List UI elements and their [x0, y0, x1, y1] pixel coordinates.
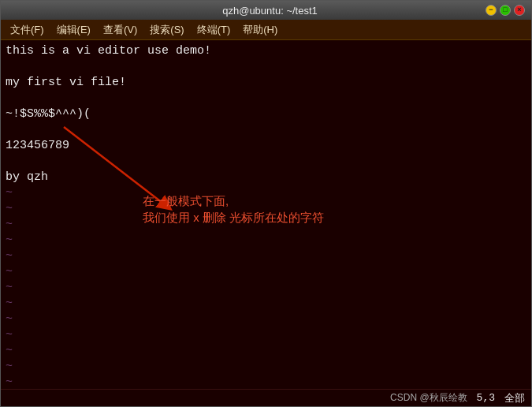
close-button[interactable]: ×	[514, 5, 525, 16]
menu-item[interactable]: 搜索(S)	[143, 21, 190, 39]
editor-line: ~	[6, 233, 526, 248]
menu-item[interactable]: 终端(T)	[191, 21, 237, 39]
editor-line: ~	[6, 359, 526, 375]
editor-line: ~	[6, 375, 526, 389]
editor-line: ~	[6, 264, 526, 280]
editor-line: ~!$S%%$^^^)(	[6, 106, 526, 122]
menu-item[interactable]: 查看(V)	[97, 21, 143, 39]
editor-line: ~	[6, 343, 526, 359]
editor-line: ~	[6, 280, 526, 296]
title-bar: qzh@ubuntu: ~/test1 − □ ×	[1, 1, 531, 20]
editor-area[interactable]: this is a vi editor use demo!my first vi…	[1, 40, 531, 389]
terminal-window: qzh@ubuntu: ~/test1 − □ × 文件(F)编辑(E)查看(V…	[0, 0, 532, 407]
watermark: CSDN @秋辰绘教	[390, 391, 467, 405]
editor-line: ~	[6, 217, 526, 233]
editor-line: by qzh	[6, 170, 526, 185]
status-right: CSDN @秋辰绘教 5,3 全部	[390, 391, 525, 405]
editor-line: ~	[6, 201, 526, 217]
editor-line: ~	[6, 248, 526, 264]
editor-line: ~	[6, 185, 526, 201]
editor-line: this is a vi editor use demo!	[6, 43, 526, 59]
menu-item[interactable]: 编辑(E)	[50, 21, 97, 39]
editor-line	[6, 59, 526, 75]
menu-item[interactable]: 文件(F)	[4, 21, 50, 39]
minimize-button[interactable]: −	[485, 5, 497, 16]
editor-lines: this is a vi editor use demo!my first vi…	[6, 43, 526, 389]
maximize-button[interactable]: □	[500, 5, 511, 16]
editor-line: my first vi file!	[6, 75, 526, 91]
editor-line: 123456789	[6, 138, 526, 154]
window-title: qzh@ubuntu: ~/test1	[54, 5, 485, 17]
menu-bar: 文件(F)编辑(E)查看(V)搜索(S)终端(T)帮助(H)	[1, 20, 531, 40]
editor-line	[6, 154, 526, 170]
status-label: 全部	[504, 391, 525, 405]
editor-line: ~	[6, 296, 526, 312]
cursor-position: 5,3	[477, 392, 495, 404]
editor-line	[6, 91, 526, 106]
status-bar: CSDN @秋辰绘教 5,3 全部	[1, 389, 531, 406]
editor-line	[6, 122, 526, 138]
editor-line: ~	[6, 327, 526, 343]
menu-item[interactable]: 帮助(H)	[236, 21, 284, 39]
editor-line: ~	[6, 312, 526, 327]
window-controls: − □ ×	[485, 5, 525, 16]
